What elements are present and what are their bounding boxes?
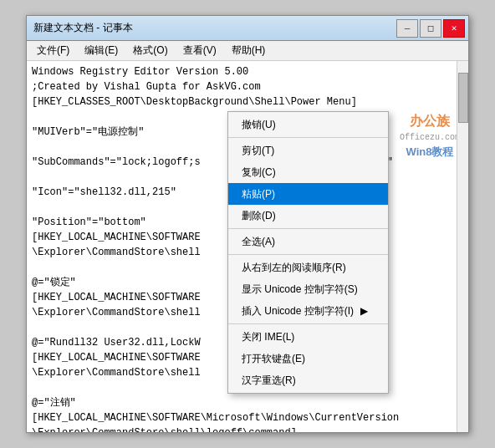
text-line: @="注销" <box>32 395 463 410</box>
ctx-undo-label: 撤销(U) <box>242 117 276 132</box>
ctx-cut[interactable]: 剪切(T) <box>228 140 388 161</box>
ctx-reconvert[interactable]: 汉字重选(R) <box>228 369 388 391</box>
ctx-separator-4 <box>228 323 388 324</box>
text-line: \Explorer\CommandStore\shell\logoff\comm… <box>32 425 463 432</box>
ctx-separator-2 <box>228 228 388 229</box>
ctx-open-keyboard-label: 打开软键盘(E) <box>242 351 305 366</box>
ctx-close-ime-label: 关闭 IME(L) <box>242 329 294 344</box>
ctx-reconvert-label: 汉字重选(R) <box>242 373 296 388</box>
ctx-paste-label: 粘贴(P) <box>242 186 275 201</box>
text-line: [HKEY_LOCAL_MACHINE\SOFTWARE\Microsoft\W… <box>32 410 463 425</box>
ctx-copy[interactable]: 复制(C) <box>228 161 388 183</box>
ctx-paste[interactable]: 粘贴(P) <box>228 183 388 205</box>
ctx-undo[interactable]: 撤销(U) <box>228 114 388 135</box>
maximize-button[interactable]: □ <box>420 19 441 38</box>
ctx-delete-label: 删除(D) <box>242 208 276 223</box>
menu-edit[interactable]: 编辑(E) <box>78 42 125 59</box>
minimize-button[interactable]: — <box>396 19 418 38</box>
ctx-submenu-arrow: ▶ <box>360 303 368 318</box>
ctx-cut-label: 剪切(T) <box>242 143 274 158</box>
ctx-selectall-label: 全选(A) <box>242 234 275 249</box>
scrollbar-thumb[interactable] <box>458 73 468 123</box>
ctx-selectall[interactable]: 全选(A) <box>228 231 388 252</box>
ctx-close-ime[interactable]: 关闭 IME(L) <box>228 326 388 348</box>
ctx-insert-unicode-label: 插入 Unicode 控制字符(I) <box>242 303 354 318</box>
menu-help[interactable]: 帮助(H) <box>225 42 273 59</box>
ctx-rtl-label: 从右到左的阅读顺序(R) <box>242 260 346 275</box>
ctx-open-keyboard[interactable]: 打开软键盘(E) <box>228 348 388 369</box>
menu-bar: 文件(F) 编辑(E) 格式(O) 查看(V) 帮助(H) <box>27 41 468 61</box>
ctx-delete[interactable]: 删除(D) <box>228 205 388 227</box>
text-content[interactable]: Windows Registry Editor Version 5.00 ;Cr… <box>27 61 468 432</box>
ctx-separator-1 <box>228 137 388 138</box>
ctx-separator-3 <box>228 254 388 255</box>
window-title: 新建文本文档 - 记事本 <box>33 21 133 35</box>
text-line: [HKEY_CLASSES_ROOT\DesktopBackground\She… <box>32 94 463 109</box>
ctx-insert-unicode[interactable]: 插入 Unicode 控制字符(I) ▶ <box>228 300 388 322</box>
ctx-show-unicode[interactable]: 显示 Unicode 控制字符(S) <box>228 278 388 300</box>
ctx-rtl[interactable]: 从右到左的阅读顺序(R) <box>228 257 388 278</box>
menu-format[interactable]: 格式(O) <box>126 42 174 59</box>
menu-file[interactable]: 文件(F) <box>30 42 76 59</box>
text-line: ;Created by Vishal Gupta for AskVG.com <box>32 79 463 94</box>
ctx-copy-label: 复制(C) <box>242 165 276 180</box>
title-bar: 新建文本文档 - 记事本 — □ ✕ <box>27 16 468 41</box>
context-menu: 撤销(U) 剪切(T) 复制(C) 粘贴(P) 删除(D) 全选(A) 从右到左… <box>227 111 389 394</box>
text-line: Windows Registry Editor Version 5.00 <box>32 64 463 79</box>
ctx-show-unicode-label: 显示 Unicode 控制字符(S) <box>242 282 358 297</box>
close-button[interactable]: ✕ <box>443 19 465 38</box>
menu-view[interactable]: 查看(V) <box>176 42 223 59</box>
scrollbar[interactable] <box>457 61 468 432</box>
notepad-window: 新建文本文档 - 记事本 — □ ✕ 文件(F) 编辑(E) 格式(O) 查看(… <box>26 15 469 433</box>
title-controls: — □ ✕ <box>396 19 465 38</box>
